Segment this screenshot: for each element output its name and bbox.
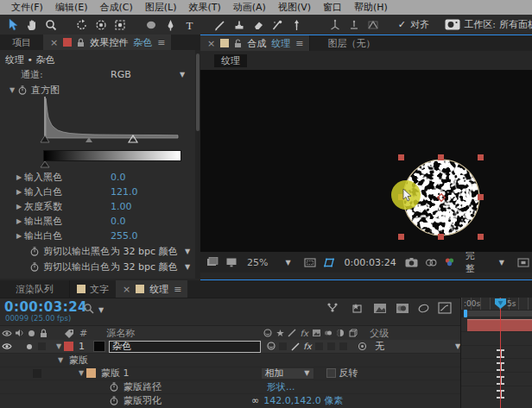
panel-menu-icon[interactable]: ≡ bbox=[157, 37, 164, 48]
viewer-timecode[interactable]: 0:00:03:24 bbox=[345, 257, 396, 268]
chevron-down-icon[interactable]: ▼ bbox=[185, 248, 190, 255]
lock-icon[interactable] bbox=[38, 328, 48, 338]
timeline-track-area[interactable]: :00s 5s bbox=[460, 298, 532, 408]
puppet-pin-tool-icon[interactable] bbox=[288, 17, 304, 33]
frame-blend-switch[interactable] bbox=[314, 342, 325, 352]
motion-blur-switch[interactable] bbox=[326, 342, 337, 352]
camera-orbit-tool-icon[interactable] bbox=[93, 17, 109, 33]
menu-effect[interactable]: 效果(T) bbox=[182, 0, 226, 15]
expand-arrow-icon[interactable]: ▶ bbox=[14, 173, 24, 181]
brainstorm-icon[interactable] bbox=[415, 301, 432, 315]
type-tool-icon[interactable]: T bbox=[181, 17, 197, 33]
tab-effect-controls[interactable]: × 效果控件 杂色 ≡ bbox=[43, 35, 171, 50]
rotation-tool-icon[interactable] bbox=[74, 17, 90, 33]
selection-handle[interactable] bbox=[478, 234, 484, 240]
work-area-start-handle[interactable] bbox=[464, 310, 467, 317]
selection-handle[interactable] bbox=[398, 154, 404, 160]
property-value[interactable]: 121.0 bbox=[111, 186, 138, 198]
3d-layer-icon[interactable] bbox=[347, 328, 358, 338]
workspace-value[interactable]: 所有面板 bbox=[499, 18, 532, 31]
adjustment-layer-icon[interactable] bbox=[335, 328, 345, 338]
draft-3d-icon[interactable] bbox=[348, 301, 365, 315]
video-eye-icon[interactable] bbox=[2, 328, 12, 338]
selection-handle[interactable] bbox=[438, 154, 444, 160]
axis-local-icon[interactable] bbox=[327, 17, 343, 33]
channels-icon[interactable] bbox=[443, 256, 457, 268]
layer-name-field[interactable]: 杂色 bbox=[109, 341, 261, 353]
menu-animation[interactable]: 动画(A) bbox=[227, 0, 272, 15]
chevron-down-icon[interactable]: ▼ bbox=[98, 306, 104, 314]
audio-icon[interactable] bbox=[14, 328, 24, 338]
tab-project[interactable]: 项目 bbox=[0, 35, 43, 50]
chevron-down-icon[interactable]: ▼ bbox=[499, 259, 504, 267]
panel-menu-icon[interactable]: ≡ bbox=[174, 284, 180, 295]
search-icon[interactable] bbox=[83, 303, 94, 317]
menu-view[interactable]: 视图(V) bbox=[272, 0, 317, 15]
layer-row-1[interactable]: ▼ 1 杂色 fx 无 ▼ bbox=[0, 340, 460, 354]
shape-tool-icon[interactable] bbox=[143, 17, 159, 33]
menu-help[interactable]: 帮助(H) bbox=[348, 0, 394, 15]
expand-arrow-icon[interactable]: ▶ bbox=[14, 217, 24, 225]
label-color-swatch[interactable] bbox=[63, 38, 72, 47]
menu-edit[interactable]: 编辑(E) bbox=[49, 0, 94, 15]
collapse-switch[interactable] bbox=[278, 342, 288, 352]
motion-blur-col-icon[interactable] bbox=[323, 328, 333, 338]
selection-handle[interactable] bbox=[398, 234, 404, 240]
zoom-tool-icon[interactable] bbox=[43, 17, 59, 33]
frame-blend-icon[interactable] bbox=[371, 301, 389, 315]
mask-color-swatch[interactable] bbox=[86, 368, 96, 378]
solo-icon[interactable] bbox=[26, 328, 36, 338]
axis-view-icon[interactable] bbox=[365, 17, 381, 33]
region-of-interest-icon[interactable] bbox=[516, 256, 530, 268]
snap-label[interactable]: 对齐 bbox=[410, 18, 429, 31]
selection-handle[interactable] bbox=[478, 194, 484, 200]
chevron-down-icon[interactable]: ▼ bbox=[185, 263, 190, 271]
tab-text-comp[interactable]: 文字 bbox=[69, 280, 116, 298]
layer-label-swatch[interactable] bbox=[64, 342, 73, 351]
stopwatch-icon[interactable] bbox=[109, 396, 119, 406]
stopwatch-icon[interactable] bbox=[109, 382, 119, 392]
shy-icon[interactable] bbox=[263, 328, 273, 338]
eraser-tool-icon[interactable] bbox=[250, 17, 266, 33]
comp-color-swatch[interactable] bbox=[220, 39, 229, 47]
mask1-row[interactable]: ▼ 蒙版 1 相加 ▼ 反转 bbox=[0, 367, 460, 380]
mask-feather-row[interactable]: 蒙版羽化 ∞ 142.0,142.0 像素 bbox=[0, 394, 460, 407]
axis-world-icon[interactable] bbox=[346, 17, 362, 33]
property-value[interactable]: 0.0 bbox=[111, 172, 126, 183]
graph-editor-icon[interactable] bbox=[436, 301, 453, 315]
expand-arrow-icon[interactable]: ▶ bbox=[14, 188, 24, 196]
pickwhip-icon[interactable] bbox=[358, 342, 368, 352]
clip-dropdown[interactable]: 为 32 bpc 颜色 bbox=[111, 245, 178, 258]
stopwatch-icon[interactable] bbox=[17, 85, 28, 95]
lock-slot[interactable] bbox=[36, 342, 47, 352]
comp-flowchart-icon[interactable] bbox=[324, 301, 341, 315]
shy-switch[interactable] bbox=[266, 342, 276, 352]
clone-stamp-tool-icon[interactable] bbox=[231, 17, 247, 33]
quality-switch[interactable] bbox=[290, 342, 301, 352]
stopwatch-icon[interactable] bbox=[29, 261, 40, 272]
zoom-level-select[interactable]: 25% bbox=[247, 257, 268, 268]
current-time-indicator-line[interactable] bbox=[500, 298, 501, 408]
property-value[interactable]: 255.0 bbox=[111, 230, 138, 242]
fx-switch[interactable]: fx bbox=[302, 342, 313, 352]
collapse-arrow-icon[interactable]: ▼ bbox=[7, 86, 17, 94]
mask-visibility-icon[interactable] bbox=[322, 256, 336, 268]
mask-name[interactable]: 蒙版 1 bbox=[101, 367, 130, 380]
output-black-slider[interactable] bbox=[40, 160, 57, 168]
constrain-link-icon[interactable]: ∞ bbox=[251, 395, 259, 406]
current-timecode[interactable]: 0:00:03:24 bbox=[4, 299, 87, 315]
menu-window[interactable]: 窗口 bbox=[317, 0, 348, 15]
close-icon[interactable]: × bbox=[50, 37, 58, 48]
exposure-icon[interactable] bbox=[424, 256, 438, 268]
selection-handle[interactable] bbox=[438, 234, 444, 240]
layer-expand-arrow[interactable]: ▼ bbox=[54, 342, 64, 350]
close-icon[interactable]: × bbox=[207, 38, 215, 49]
label-icon[interactable] bbox=[64, 328, 74, 338]
parent-select[interactable]: 无 bbox=[375, 340, 384, 353]
hand-tool-icon[interactable] bbox=[24, 17, 40, 33]
adjustment-switch[interactable] bbox=[339, 342, 349, 352]
fx-icon[interactable]: fx bbox=[299, 328, 309, 338]
motion-blur-icon[interactable] bbox=[394, 301, 411, 315]
tab-texture-comp[interactable]: × 纹理 ≡ bbox=[116, 280, 187, 298]
property-value[interactable]: 0.0 bbox=[111, 216, 126, 227]
